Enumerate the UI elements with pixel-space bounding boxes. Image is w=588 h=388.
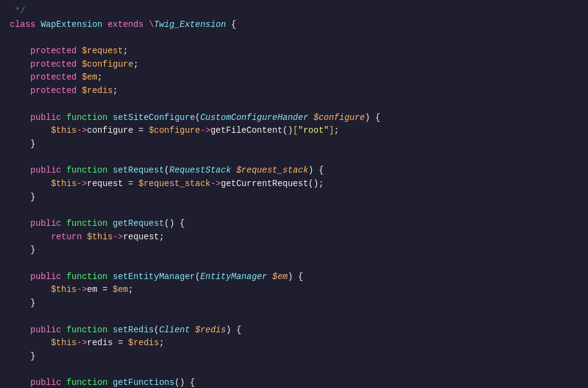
line-blank-6: [10, 310, 578, 324]
line-close-brace-2: }: [10, 191, 578, 204]
line-close-brace-1: }: [10, 138, 578, 151]
line-setRedis-decl: public function setRedis(Client $redis) …: [10, 324, 578, 337]
line-blank-4: [10, 204, 578, 217]
code-editor: */ class WapExtension extends \Twig_Exte…: [0, 0, 588, 388]
line-getRequest-decl: public function getRequest() {: [10, 217, 578, 231]
line-blank-7: [10, 364, 578, 377]
line-close-brace-5: }: [10, 350, 578, 364]
line-class-decl: class WapExtension extends \Twig_Extensi…: [10, 18, 578, 32]
line-setSiteConf-decl: public function setSiteConfigure(CustomC…: [10, 111, 578, 125]
line-setRequest-body: $this->request = $request_stack->getCurr…: [10, 177, 578, 191]
line-blank-5: [10, 257, 578, 270]
line-protected-request: protected $request;: [10, 45, 578, 58]
line-setRedis-body: $this->redis = $redis;: [10, 337, 578, 350]
line-protected-em: protected $em;: [10, 71, 578, 84]
line-setRequest-decl: public function setRequest(RequestStack …: [10, 164, 578, 177]
line-close-brace-3: }: [10, 244, 578, 257]
line-setSiteConf-body: $this->configure = $configure->getFileCo…: [10, 124, 578, 138]
line-getFunctions-decl: public function getFunctions() {: [10, 376, 578, 388]
line-protected-redis: protected $redis;: [10, 84, 578, 98]
line-setEntityManager-decl: public function setEntityManager(EntityM…: [10, 270, 578, 284]
line-getRequest-body: return $this->request;: [10, 231, 578, 244]
line-protected-configure: protected $configure;: [10, 58, 578, 72]
line-blank-1: [10, 31, 578, 45]
line-comment-close: */: [10, 5, 578, 18]
line-blank-2: [10, 98, 578, 111]
line-blank-3: [10, 151, 578, 165]
line-close-brace-4: }: [10, 297, 578, 310]
line-setEntityManager-body: $this->em = $em;: [10, 283, 578, 297]
